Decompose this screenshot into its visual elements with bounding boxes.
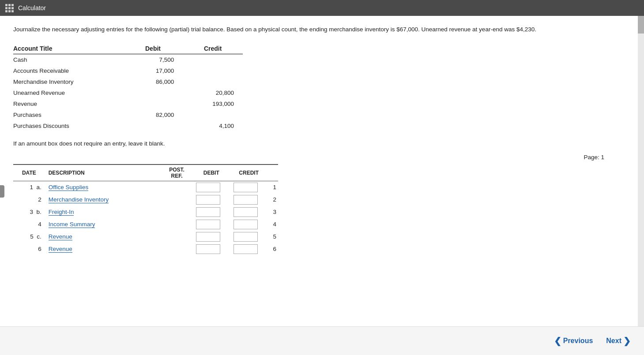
title-bar: Calculator: [0, 0, 644, 16]
trial-row: Purchases 82,000: [13, 109, 243, 120]
journal-line-number: 2: [267, 194, 278, 206]
description-link[interactable]: Freight-In: [49, 209, 74, 216]
trial-credit: [183, 76, 243, 87]
journal-date-cell: 3 b.: [13, 206, 45, 218]
trial-account: Revenue: [13, 98, 123, 109]
journal-row: 4 Income Summary 4: [13, 218, 278, 231]
journal-date-cell: 5 c.: [13, 231, 45, 243]
description-link[interactable]: Revenue: [49, 246, 72, 253]
trial-row: Revenue 193,000: [13, 98, 243, 109]
scroll-thumb[interactable]: [638, 16, 644, 34]
col-account-title: Account Title: [13, 43, 123, 54]
journal-debit-input-cell[interactable]: [192, 194, 230, 206]
debit-input-1[interactable]: [196, 183, 220, 192]
trial-debit: [123, 120, 183, 131]
previous-label: Previous: [563, 337, 593, 345]
main-content: Journalize the necessary adjusting entri…: [0, 16, 644, 326]
chevron-left-icon: ❮: [554, 336, 561, 346]
description-link[interactable]: Merchandise Inventory: [49, 196, 109, 203]
trial-row: Purchases Discounts 4,100: [13, 120, 243, 131]
trial-debit: [123, 87, 183, 98]
trial-credit: [183, 65, 243, 76]
chevron-right-icon: ❯: [623, 336, 631, 346]
journal-credit-input-cell[interactable]: [230, 181, 267, 194]
trial-row: Accounts Receivable 17,000: [13, 65, 243, 76]
journal-description-cell[interactable]: Merchandise Inventory: [45, 194, 161, 206]
journal-date-cell: 2: [13, 194, 45, 206]
credit-input-4[interactable]: [233, 220, 258, 229]
journal-line-number: 5: [267, 231, 278, 243]
next-button[interactable]: Next ❯: [602, 333, 635, 349]
debit-input-5[interactable]: [196, 232, 220, 242]
journal-table: DATE DESCRIPTION POST. REF. DEBIT CREDIT…: [13, 164, 278, 255]
journal-line-number: 1: [267, 181, 278, 194]
journal-row: 2 Merchandise Inventory 2: [13, 194, 278, 206]
journal-col-postref: POST. REF.: [161, 164, 193, 181]
journal-date-cell: 1 a.: [13, 181, 45, 194]
debit-input-4[interactable]: [196, 220, 220, 229]
instruction-text: If an amount box does not require an ent…: [13, 140, 631, 147]
debit-input-2[interactable]: [196, 195, 220, 205]
journal-debit-input-cell[interactable]: [192, 231, 230, 243]
journal-col-debit: DEBIT: [192, 164, 230, 181]
previous-button[interactable]: ❮ Previous: [550, 333, 598, 349]
journal-debit-input-cell[interactable]: [192, 181, 230, 194]
journal-description-cell[interactable]: Revenue: [45, 231, 161, 243]
trial-balance-table: Account Title Debit Credit Cash 7,500 Ac…: [13, 43, 243, 131]
journal-postref-cell: [161, 194, 193, 206]
journal-credit-input-cell[interactable]: [230, 218, 267, 231]
trial-account: Cash: [13, 54, 123, 65]
credit-input-3[interactable]: [233, 207, 258, 217]
journal-credit-input-cell[interactable]: [230, 194, 267, 206]
debit-input-3[interactable]: [196, 207, 220, 217]
trial-row: Merchandise Inventory 86,000: [13, 76, 243, 87]
journal-row: 3 b. Freight-In 3: [13, 206, 278, 218]
trial-debit: [123, 98, 183, 109]
journal-credit-input-cell[interactable]: [230, 231, 267, 243]
credit-input-6[interactable]: [233, 244, 258, 254]
journal-debit-input-cell[interactable]: [192, 218, 230, 231]
description-link[interactable]: Office Supplies: [49, 184, 89, 191]
col-debit: Debit: [123, 43, 183, 54]
credit-input-5[interactable]: [233, 232, 258, 242]
trial-account: Accounts Receivable: [13, 65, 123, 76]
journal-line-number: 6: [267, 243, 278, 255]
journal-postref-cell: [161, 181, 193, 194]
page-label: Page: 1: [13, 154, 631, 161]
trial-account: Purchases Discounts: [13, 120, 123, 131]
scrollbar[interactable]: [638, 16, 644, 326]
credit-input-1[interactable]: [233, 183, 258, 192]
journal-section: Page: 1 DATE DESCRIPTION POST. REF. DEBI…: [13, 154, 631, 255]
app-title: Calculator: [18, 4, 46, 11]
journal-description-cell[interactable]: Freight-In: [45, 206, 161, 218]
journal-row: 6 Revenue 6: [13, 243, 278, 255]
journal-row: 1 a. Office Supplies 1: [13, 181, 278, 194]
journal-col-date: DATE: [13, 164, 45, 181]
credit-input-2[interactable]: [233, 195, 258, 205]
journal-debit-input-cell[interactable]: [192, 243, 230, 255]
trial-account: Unearned Revenue: [13, 87, 123, 98]
journal-line-number: 3: [267, 206, 278, 218]
journal-debit-input-cell[interactable]: [192, 206, 230, 218]
col-credit: Credit: [183, 43, 243, 54]
next-label: Next: [606, 337, 621, 345]
journal-postref-cell: [161, 218, 193, 231]
description-link[interactable]: Revenue: [49, 233, 72, 240]
journal-description-cell[interactable]: Office Supplies: [45, 181, 161, 194]
trial-credit: 4,100: [183, 120, 243, 131]
journal-description-cell[interactable]: Income Summary: [45, 218, 161, 231]
journal-description-cell[interactable]: Revenue: [45, 243, 161, 255]
journal-row: 5 c. Revenue 5: [13, 231, 278, 243]
left-tab: [0, 185, 4, 198]
trial-debit: 17,000: [123, 65, 183, 76]
calculator-icon: [5, 4, 14, 12]
journal-credit-input-cell[interactable]: [230, 243, 267, 255]
description-link[interactable]: Income Summary: [49, 221, 95, 228]
journal-credit-input-cell[interactable]: [230, 206, 267, 218]
journal-line-number: 4: [267, 218, 278, 231]
journal-postref-cell: [161, 206, 193, 218]
debit-input-6[interactable]: [196, 244, 220, 254]
bottom-navigation: ❮ Previous Next ❯: [0, 326, 644, 355]
trial-debit: 82,000: [123, 109, 183, 120]
trial-row: Cash 7,500: [13, 54, 243, 65]
